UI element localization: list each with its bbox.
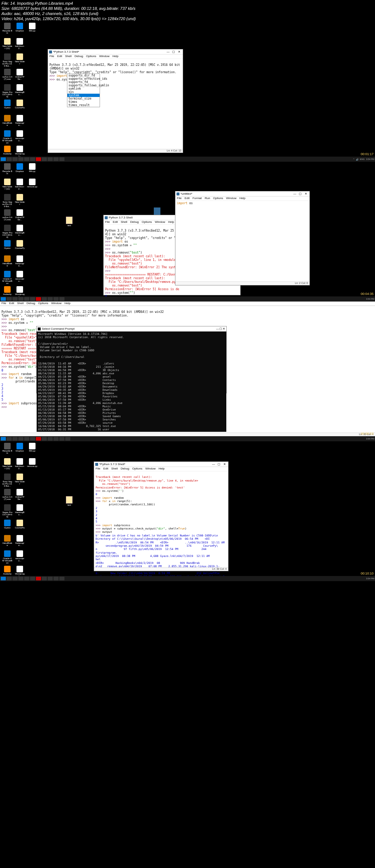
task-item[interactable] [30, 577, 35, 580]
secondpro-icon[interactable]: secondpro... [15, 130, 25, 144]
min-button[interactable]: — [211, 463, 216, 466]
max-button[interactable]: ▢ [298, 192, 303, 196]
autocomplete-popup[interactable]: supports_dir_fd supports_effective_ids s… [67, 74, 100, 107]
start-button[interactable] [1, 437, 6, 441]
gyazo-icon[interactable]: Gyazo [2, 520, 12, 534]
menu-debug[interactable]: Debug [26, 302, 35, 306]
system-tray[interactable]: 3:54 PM [366, 438, 374, 440]
secondpro-icon[interactable]: secondpro... [15, 271, 25, 285]
ac-item[interactable]: symlink [67, 87, 100, 90]
system-tray[interactable]: 3:54 PM [366, 577, 374, 580]
coursepy-icon[interactable]: CoursePy [15, 520, 25, 534]
dropbox-icon[interactable]: Dropbox [15, 23, 25, 37]
task-item[interactable] [7, 577, 12, 580]
idle-titlebar[interactable]: *Python 3.7.3 Shell*—▢✕ [94, 462, 228, 467]
vegaspro-icon[interactable]: Vegas Pro 13.0 (64-bit) [2, 504, 12, 518]
ac-item[interactable]: supports_effective_ids [67, 77, 100, 81]
ac-item[interactable]: times_result [67, 104, 100, 107]
menu-shell[interactable]: Shell [111, 467, 118, 471]
idle-console-4[interactable]: Traceback (most recent call last): File … [94, 471, 228, 581]
task-item[interactable] [42, 297, 47, 301]
menu-options[interactable]: Options [142, 220, 152, 224]
task-item[interactable] [12, 577, 18, 580]
menu-window[interactable]: Window [51, 302, 62, 306]
menu-help[interactable]: Help [240, 197, 245, 201]
task-cortana[interactable] [12, 157, 18, 161]
editor-body[interactable]: import os [175, 201, 309, 206]
editor-titlebar[interactable]: *untitled*—▢✕ [175, 191, 309, 197]
task-item[interactable] [24, 297, 29, 301]
menu-debug[interactable]: Debug [130, 220, 139, 224]
menu-window[interactable]: Window [99, 55, 109, 59]
ac-item[interactable]: sys [67, 90, 100, 94]
ac-item[interactable]: supports_dir_fd [67, 74, 100, 77]
menu-options[interactable]: Options [38, 302, 48, 306]
close-button[interactable]: ✕ [303, 192, 308, 196]
task-idle[interactable] [59, 157, 64, 161]
task-item[interactable] [59, 437, 64, 441]
onlinetps-icon[interactable]: OnlineTPSe... [15, 209, 25, 223]
virtualbox-icon[interactable]: Oracle VM VirtualBox [2, 130, 12, 144]
task-item[interactable] [18, 297, 23, 301]
task-item[interactable] [42, 577, 47, 580]
menu-run[interactable]: Run [205, 197, 210, 201]
virtualbox-icon[interactable]: Oracle VM VirtualBox [2, 550, 12, 564]
task-app[interactable] [42, 157, 47, 161]
menu-help[interactable]: Help [159, 467, 164, 471]
menu-file[interactable]: File [96, 467, 100, 471]
min-button[interactable]: — [216, 327, 219, 330]
task-item[interactable] [24, 577, 29, 580]
fifth-py-icon[interactable]: fifth.py [27, 443, 37, 457]
task-item[interactable] [7, 297, 12, 301]
task-item[interactable] [65, 437, 70, 441]
task-item[interactable] [12, 297, 18, 301]
taskbar-4[interactable]: 3:54 PM [0, 576, 375, 581]
menu-options[interactable]: Options [86, 55, 96, 59]
menu-edit[interactable]: Edit [113, 220, 118, 224]
task-item[interactable] [53, 577, 59, 580]
menu-debug[interactable]: Debug [74, 55, 83, 59]
start-button[interactable] [1, 297, 6, 301]
idle-editor-window[interactable]: *untitled*—▢✕ FileEditFormatRunOptionsWi… [175, 191, 310, 285]
menu-debug[interactable]: Debug [120, 467, 129, 471]
new-folder2-icon[interactable]: New folder [15, 474, 25, 487]
menu-options[interactable]: Options [132, 467, 142, 471]
sony-vegas-icon[interactable]: Sony Vegas Pro 13.0 Bui... [2, 194, 12, 208]
fredprogra-icon[interactable]: fredprogra... [15, 115, 25, 129]
handbrake-icon[interactable]: HandBrake [2, 535, 12, 549]
handbrake-icon[interactable]: HandBrake [2, 115, 12, 129]
cmd-titlebar[interactable]: Select Command Prompt—▢✕ [37, 326, 226, 332]
task-item[interactable] [12, 437, 18, 441]
python-launcher-icon[interactable] [154, 207, 160, 215]
virtualbox-icon[interactable]: Oracle VM VirtualBox [2, 271, 12, 285]
hackingbo-icon[interactable]: HackingBo... [15, 225, 25, 239]
coursepy-icon[interactable]: CoursePy [15, 100, 25, 113]
new-folder-icon[interactable]: New folder (11) [2, 179, 12, 192]
taskbar-3[interactable]: 3:54 PM [0, 436, 375, 441]
recycle-bin-icon[interactable]: Recycle Bin [2, 23, 12, 37]
menu-edit[interactable]: Edit [185, 197, 190, 201]
ac-item[interactable]: times [67, 100, 100, 104]
max-button[interactable]: ▢ [219, 327, 222, 330]
task-edge[interactable] [24, 157, 29, 161]
menu-options[interactable]: Options [213, 197, 223, 201]
menu-shell[interactable]: Shell [17, 302, 24, 306]
nufun-icon[interactable]: nuFun 3.4 (7).exe [2, 489, 12, 503]
kali-linux-icon[interactable]: kali-linux-2... [15, 458, 25, 472]
test-folder-icon[interactable]: test [66, 217, 73, 227]
task-item[interactable] [59, 297, 64, 301]
onlinetps-icon[interactable]: OnlineTPSe... [15, 489, 25, 503]
fredprogra-icon[interactable]: fredprogra... [15, 535, 25, 549]
task-item[interactable] [36, 297, 41, 301]
task-item[interactable] [42, 437, 47, 441]
ac-item[interactable]: terminal_size [67, 97, 100, 100]
task-item[interactable] [36, 577, 41, 580]
menu-shell[interactable]: Shell [121, 220, 127, 224]
menu-window[interactable]: Window [226, 197, 236, 201]
task-search[interactable] [7, 157, 12, 161]
fifth-py-icon[interactable]: fifth.py [27, 163, 37, 177]
menu-edit[interactable]: Edit [57, 55, 62, 59]
task-item[interactable] [48, 577, 53, 580]
task-item[interactable] [48, 297, 53, 301]
dropbox-icon[interactable]: Dropbox [15, 163, 25, 177]
